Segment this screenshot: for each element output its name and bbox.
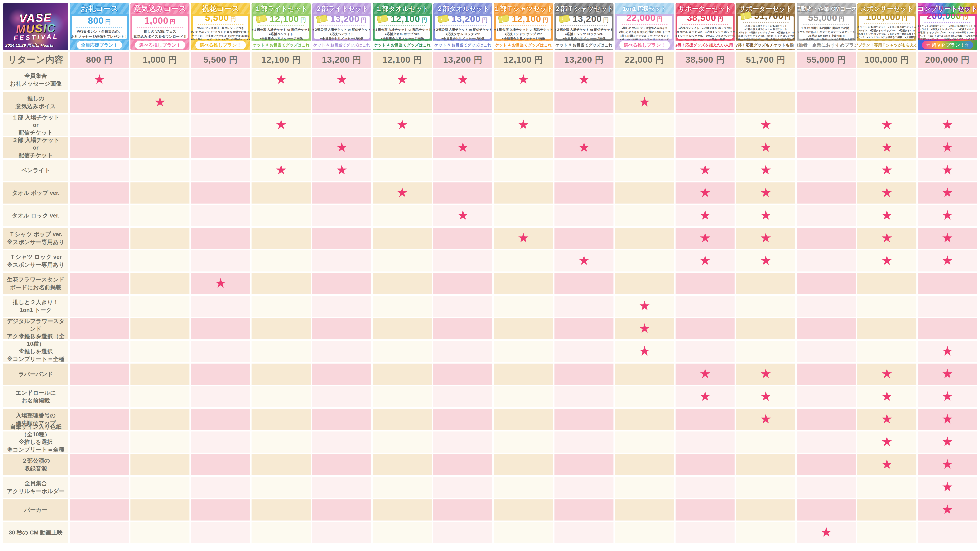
plan-description-line: ●推しと２人きり 約10分間の 1on1 トーク xyxy=(619,30,671,34)
matrix-cell: ★ xyxy=(736,364,795,385)
matrix-cell xyxy=(858,477,916,498)
matrix-cell xyxy=(615,183,674,203)
plan-badge-strip: チケット & お目当てグッズはこれ！ xyxy=(494,40,553,50)
matrix-cell xyxy=(191,114,250,136)
plan-price-line: 12,100円 xyxy=(377,14,427,24)
plan-description-line: ●応援ペンライト xyxy=(252,32,310,37)
star-included-icon: ★ xyxy=(881,209,892,222)
matrix-cell: ★ xyxy=(918,432,977,453)
matrix-cell xyxy=(373,432,432,453)
plan-price-yen: 円 xyxy=(902,15,908,21)
matrix-cell: ★ xyxy=(918,205,977,226)
matrix-cell xyxy=(858,522,916,543)
matrix-cell xyxy=(858,318,916,340)
matrix-cell xyxy=(736,92,795,113)
plan-description-line: ●１部公演入場チケット or 配信チケット ●２部公演入場チケット or 配信チ… xyxy=(918,24,977,28)
plan-badge-strip: 活動者・企業におすすめプラン xyxy=(797,40,856,50)
plan-badge: VIPプラン！専用Ｔシャツがもらえる！ xyxy=(858,41,916,49)
matrix-cell xyxy=(373,341,432,362)
star-included-icon: ★ xyxy=(942,141,953,154)
matrix-cell xyxy=(130,69,189,91)
star-included-icon: ★ xyxy=(518,73,530,86)
row-label: ペンライト xyxy=(3,160,68,181)
matrix-cell xyxy=(70,295,129,317)
plan-badge: 超お得！応援グッズもチケットも揃う！ xyxy=(736,41,795,49)
matrix-cell xyxy=(130,250,189,272)
star-included-icon: ★ xyxy=(760,232,772,245)
matrix-cell: ★ xyxy=(858,454,916,475)
matrix-cell xyxy=(70,341,129,362)
matrix-cell: ★ xyxy=(373,183,432,203)
matrix-cell: ★ xyxy=(676,250,735,272)
plan-description: ●２部公演 入場チケット or 配信チケット●応援ペンライト●全員集合お礼メッセ… xyxy=(312,27,371,41)
plan-description-line: ●２部公演 入場チケット or 配信チケット xyxy=(433,27,492,32)
plan-description-line: ●１部公演 入場チケット or 配信チケット xyxy=(736,24,795,28)
matrix-cell xyxy=(554,205,614,226)
matrix-cell: ★ xyxy=(373,114,432,136)
matrix-cell xyxy=(676,273,735,294)
matrix-cell xyxy=(797,228,856,249)
star-included-icon: ★ xyxy=(881,118,892,131)
matrix-cell xyxy=(615,69,674,91)
matrix-cell xyxy=(676,318,735,340)
matrix-cell xyxy=(797,137,856,158)
plan-badge: 全員応援プラン！ xyxy=(77,41,122,49)
matrix-cell xyxy=(191,499,250,521)
matrix-cell xyxy=(676,114,735,136)
star-included-icon: ★ xyxy=(942,209,953,222)
plan-title: ２部Ｔシャツセット xyxy=(554,4,614,13)
dotted-divider xyxy=(803,24,849,25)
matrix-cell xyxy=(130,477,189,498)
matrix-cell xyxy=(433,114,492,136)
star-included-icon: ★ xyxy=(760,164,772,176)
matrix-cell xyxy=(130,318,189,340)
plan-price-line: 55,000円 xyxy=(808,13,844,23)
matrix-cell xyxy=(191,454,250,475)
price-header-cell: 22,000 円 xyxy=(615,52,674,68)
matrix-cell: ★ xyxy=(918,228,977,249)
matrix-cell xyxy=(554,228,614,249)
plan-price-yen: 円 xyxy=(963,14,968,20)
matrix-cell xyxy=(554,386,614,407)
plan-description: VASE フェス当日、各タレントにつき一際豪華な ✿ 生花フラワースタンド ✿ … xyxy=(191,26,250,42)
plan-description-line: VASE タレント全員集合の、 xyxy=(71,29,127,34)
dotted-divider xyxy=(137,27,183,28)
matrix-cell xyxy=(797,69,856,91)
matrix-cell: ★ xyxy=(494,228,553,249)
plan-description-line: ●応援タオル ポップ ver. xyxy=(373,32,432,37)
dotted-divider xyxy=(440,25,486,26)
matrix-cell xyxy=(494,477,553,498)
matrix-cell: ★ xyxy=(554,69,614,91)
matrix-cell xyxy=(858,295,916,317)
matrix-cell xyxy=(494,341,553,362)
matrix-cell xyxy=(251,250,310,272)
plan-badge-strip: チケット & お目当てグッズはこれ！ xyxy=(554,40,614,50)
price-header-cell: 13,200 円 xyxy=(312,52,371,68)
plan-title: １部ライトセット xyxy=(255,4,308,13)
plan-description-line: ●応援Ｔシャツ ポップ ver. ●応援Ｔシャツ ロック ver. xyxy=(736,34,795,37)
matrix-cell xyxy=(130,273,189,294)
plan-price-line: 200,000円 xyxy=(927,11,969,21)
star-included-icon: ★ xyxy=(942,164,953,176)
star-included-icon: ★ xyxy=(457,73,469,86)
matrix-cell: ★ xyxy=(918,341,977,362)
plan-title: 祝花コース xyxy=(202,4,239,14)
matrix-cell xyxy=(373,522,432,543)
matrix-cell: ★ xyxy=(70,69,129,91)
matrix-cell xyxy=(373,454,432,475)
matrix-cell xyxy=(312,183,371,203)
event-logo: VASE MUSIC FESTIVAL xyxy=(13,12,59,41)
star-included-icon: ★ xyxy=(275,164,287,176)
plan-badge: チケット & お目当てグッズはこれ！ xyxy=(312,41,371,49)
price-header-cell: 100,000 円 xyxy=(858,52,916,68)
matrix-cell xyxy=(191,386,250,407)
matrix-cell xyxy=(251,137,310,158)
matrix-cell xyxy=(251,228,310,249)
star-included-icon: ★ xyxy=(578,254,590,267)
matrix-cell: ★ xyxy=(615,295,674,317)
plan-card-body: 38,500円●応援ペンライト ●応援タオル ポップ ver.●応援タオル ロッ… xyxy=(677,16,733,39)
plan-card-body: 13,200円●２部公演 入場チケット or 配信チケット●応援ペンライト●全員… xyxy=(314,16,369,39)
plan-description: ●２部公演 入場チケット or 配信チケット●応援タオル ロック ver.●全員… xyxy=(433,27,492,41)
ticket-icon xyxy=(437,14,449,23)
matrix-cell xyxy=(312,499,371,521)
